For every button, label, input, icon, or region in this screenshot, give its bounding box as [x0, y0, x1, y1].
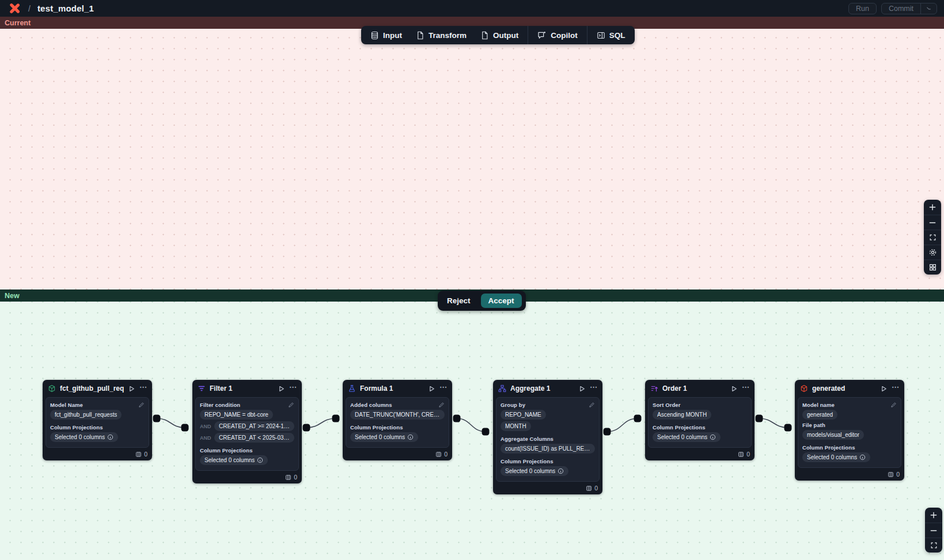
node-order-1[interactable]: Order 1 ⋯ Sort Order Ascending MONTH Col… — [645, 380, 755, 460]
chevron-down-icon — [926, 5, 932, 12]
node-aggregate-1[interactable]: Aggregate 1 ⋯ Group by REPO_NAME MONTH A… — [493, 380, 602, 494]
commit-dropdown-button[interactable] — [920, 3, 937, 14]
node-footer: 0 — [795, 468, 904, 481]
projections-pill[interactable]: Selected 0 columns — [200, 455, 268, 465]
info-icon[interactable] — [107, 434, 113, 440]
filter-condition-pill[interactable]: REPO_NAME = dbt-core — [200, 410, 273, 420]
page-title: test_model_1 — [37, 3, 94, 13]
file-path-pill[interactable]: models/visual_editor — [802, 430, 864, 440]
field-label: Model name — [802, 402, 835, 408]
info-icon[interactable] — [859, 454, 866, 460]
node-menu-button[interactable]: ⋯ — [139, 384, 147, 393]
projections-pill[interactable]: Selected 0 columns — [350, 432, 418, 442]
node-generated[interactable]: generated ⋯ Model name generated File pa… — [795, 380, 904, 481]
projections-pill[interactable]: Selected 0 columns — [653, 432, 721, 442]
node-menu-button[interactable]: ⋯ — [590, 384, 598, 393]
breadcrumb-separator: / — [28, 4, 31, 13]
zoom-in-button[interactable] — [925, 508, 942, 523]
node-title: generated — [812, 384, 876, 393]
minus-icon — [930, 527, 938, 535]
node-menu-button[interactable]: ⋯ — [439, 384, 448, 393]
zoom-out-button[interactable] — [925, 523, 942, 538]
node-menu-button[interactable]: ⋯ — [742, 384, 750, 393]
model-name-pill[interactable]: generated — [802, 410, 837, 420]
current-canvas[interactable] — [0, 29, 944, 289]
group-by-pill[interactable]: MONTH — [501, 421, 531, 431]
zoom-out-button[interactable] — [924, 215, 941, 230]
projections-pill[interactable]: Selected 0 columns — [802, 452, 870, 462]
play-icon — [578, 385, 586, 393]
commit-split-button[interactable]: Commit — [881, 3, 937, 14]
filter-condition-pill[interactable]: CREATED_AT < 2025-03-01 — [214, 433, 294, 443]
info-icon[interactable] — [257, 457, 263, 463]
node-play-button[interactable] — [278, 385, 285, 393]
field-label: Column Projections — [200, 447, 253, 454]
projections-pill[interactable]: Selected 0 columns — [501, 466, 568, 476]
field-label: Column Projections — [350, 424, 403, 431]
fit-view-button[interactable] — [924, 230, 941, 245]
added-column-pill[interactable]: DATE_TRUNC('MONTH', CREATED_AT… — [350, 410, 445, 420]
model-cube-icon — [48, 384, 56, 393]
commit-button[interactable]: Commit — [882, 5, 920, 13]
field-label: Aggregate Columns — [501, 436, 553, 442]
node-title: Filter 1 — [210, 384, 274, 393]
review-decision-bar: Reject Accept — [438, 291, 526, 311]
node-menu-button[interactable]: ⋯ — [289, 384, 297, 393]
node-config: Added columns DATE_TRUNC('MONTH', CREATE… — [346, 397, 449, 448]
node-fct-github-pull-requests[interactable]: fct_github_pull_requests ⋯ Model Name fc… — [43, 380, 152, 460]
node-play-button[interactable] — [428, 385, 435, 393]
file-output-icon — [480, 31, 489, 40]
node-formula-1[interactable]: Formula 1 ⋯ Added columns DATE_TRUNC('MO… — [343, 380, 452, 460]
tiles-grid-icon — [929, 264, 937, 271]
play-icon — [730, 385, 738, 393]
node-menu-button[interactable]: ⋯ — [892, 384, 900, 393]
filter-icon — [198, 384, 206, 393]
node-config: Model name generated File path models/vi… — [798, 397, 901, 468]
info-icon[interactable] — [558, 468, 564, 474]
fit-view-button[interactable] — [925, 538, 942, 553]
group-by-pill[interactable]: REPO_NAME — [501, 410, 546, 420]
edit-pencil-icon[interactable] — [288, 402, 294, 408]
edit-pencil-icon[interactable] — [438, 402, 445, 408]
node-play-button[interactable] — [730, 385, 738, 393]
run-button[interactable]: Run — [848, 3, 877, 14]
play-icon — [880, 385, 888, 393]
edit-pencil-icon[interactable] — [589, 402, 595, 408]
reject-button[interactable]: Reject — [440, 294, 477, 307]
accept-button[interactable]: Accept — [481, 294, 522, 308]
toolbar-transform-button[interactable]: Transform — [409, 26, 473, 44]
database-icon — [370, 31, 379, 40]
row-count: 0 — [594, 485, 598, 492]
zoom-in-button[interactable] — [924, 200, 941, 215]
toolbar-input-button[interactable]: Input — [363, 26, 409, 44]
row-count: 0 — [746, 451, 750, 458]
projections-pill[interactable]: Selected 0 columns — [50, 432, 118, 442]
columns-table-icon — [435, 451, 442, 458]
node-footer: 0 — [192, 471, 302, 483]
filter-condition-pill[interactable]: CREATED_AT >= 2024-12-01 — [214, 421, 294, 431]
node-play-button[interactable] — [880, 385, 888, 393]
node-filter-1[interactable]: Filter 1 ⋯ Filter condition REPO_NAME = … — [192, 380, 302, 483]
toolbar-output-button[interactable]: Output — [473, 26, 525, 44]
toolbar-copilot-button[interactable]: Copilot — [530, 26, 585, 44]
info-icon[interactable] — [407, 434, 414, 440]
node-toolbar: Input Transform Output Copilot S — [361, 26, 635, 44]
plus-icon — [928, 203, 937, 211]
node-play-button[interactable] — [128, 385, 135, 393]
edit-pencil-icon[interactable] — [890, 402, 897, 408]
model-name-pill[interactable]: fct_github_pull_requests — [50, 410, 122, 420]
sort-order-pill[interactable]: Ascending MONTH — [653, 410, 711, 420]
play-icon — [428, 385, 435, 393]
field-label: Filter condition — [200, 402, 240, 408]
aggregate-column-pill[interactable]: count(ISSUE_ID) as PULL_REQUEST_… — [501, 444, 595, 454]
tile-layout-button[interactable] — [924, 260, 941, 275]
field-label: Model Name — [50, 402, 83, 408]
dbt-logo-icon[interactable] — [9, 3, 20, 14]
node-play-button[interactable] — [578, 385, 586, 393]
info-icon[interactable] — [710, 434, 716, 440]
and-operator: AND — [200, 435, 211, 441]
edit-pencil-icon[interactable] — [138, 402, 145, 408]
focus-lock-button[interactable] — [924, 245, 941, 260]
new-flow-controls — [925, 508, 942, 553]
toolbar-sql-button[interactable]: SQL — [590, 26, 632, 44]
